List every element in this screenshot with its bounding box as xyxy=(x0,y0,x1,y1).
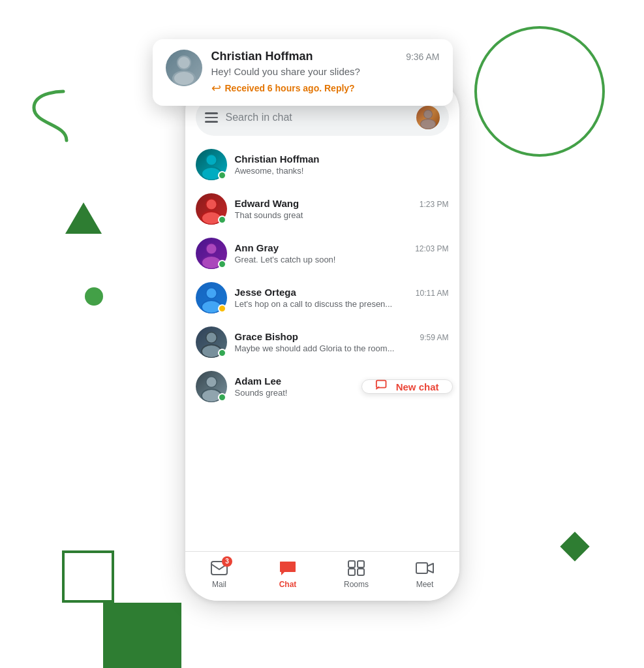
notif-name: Christian Hoffman xyxy=(211,50,313,63)
avatar-wrap xyxy=(196,149,227,180)
nav-item-rooms[interactable]: Rooms xyxy=(322,559,391,589)
chat-info-grace: Grace Bishop 9:59 AM Maybe we should add… xyxy=(235,331,449,353)
svg-rect-38 xyxy=(416,563,427,573)
svg-point-10 xyxy=(206,155,216,165)
menu-icon[interactable] xyxy=(205,112,218,123)
chat-preview-ann: Great. Let's catch up soon! xyxy=(235,255,449,264)
avatar-wrap-grace xyxy=(196,326,227,358)
meet-label: Meet xyxy=(416,580,434,589)
online-dot-edward xyxy=(218,215,226,224)
svg-rect-32 xyxy=(376,380,386,387)
chat-name-adam: Adam Lee xyxy=(235,375,282,387)
svg-rect-35 xyxy=(358,561,364,567)
svg-point-14 xyxy=(206,200,216,210)
new-chat-fab[interactable]: New chat xyxy=(361,379,453,394)
chat-list: Christian Hoffman Awesome, thanks! xyxy=(185,142,459,409)
new-chat-icon xyxy=(375,378,390,396)
avatar-wrap-jesse xyxy=(196,282,227,313)
notif-reply[interactable]: ↩ Received 6 hours ago. Reply? xyxy=(211,81,440,95)
chat-item-christian-partial[interactable]: Christian Hoffman Awesome, thanks! xyxy=(185,142,459,187)
chat-preview-jesse: Let's hop on a call to discuss the prese… xyxy=(235,299,449,309)
chat-name-grace: Grace Bishop xyxy=(235,331,299,342)
online-dot-grace xyxy=(218,349,226,357)
square-outline-deco xyxy=(62,550,114,603)
avatar-wrap-edward xyxy=(196,193,227,225)
rect-green-deco xyxy=(103,603,181,668)
chat-time-grace: 9:59 AM xyxy=(420,333,448,342)
bottom-nav: 3 Mail Chat xyxy=(185,551,459,601)
online-status-dot xyxy=(218,171,226,180)
chat-name: Christian Hoffman xyxy=(235,153,320,165)
online-dot-adam xyxy=(218,393,226,402)
menu-line-3 xyxy=(205,121,218,123)
chat-time-jesse: 10:11 AM xyxy=(416,289,449,298)
menu-line-2 xyxy=(205,117,218,119)
away-dot-jesse xyxy=(218,304,226,313)
chat-label: Chat xyxy=(279,580,297,589)
circle-outline-deco xyxy=(474,26,605,157)
svg-point-6 xyxy=(424,110,432,118)
svg-rect-34 xyxy=(348,561,355,567)
avatar-wrap-ann xyxy=(196,238,227,269)
notif-message: Hey! Could you share your slides? xyxy=(211,66,440,77)
avatar-wrap-adam xyxy=(196,371,227,402)
circle-dot-deco xyxy=(85,287,103,306)
notif-reply-text: Received 6 hours ago. Reply? xyxy=(225,83,355,93)
notif-time: 9:36 AM xyxy=(406,52,439,62)
chat-preview-grace: Maybe we should add Gloria to the room..… xyxy=(235,343,449,353)
chat-preview-edward: That sounds great xyxy=(235,210,449,220)
svg-point-22 xyxy=(206,289,216,298)
meet-icon xyxy=(416,559,434,577)
chat-time-edward: 1:23 PM xyxy=(420,200,449,209)
mail-icon: 3 xyxy=(210,559,228,577)
svg-point-3 xyxy=(174,72,194,85)
nav-item-meet[interactable]: Meet xyxy=(391,559,459,589)
svg-point-18 xyxy=(206,244,216,254)
diamond-deco xyxy=(560,532,589,561)
rooms-icon xyxy=(347,559,365,577)
chat-info-jesse: Jesse Ortega 10:11 AM Let's hop on a cal… xyxy=(235,287,449,309)
search-placeholder: Search in chat xyxy=(226,112,408,123)
chat-item-jesse[interactable]: Jesse Ortega 10:11 AM Let's hop on a cal… xyxy=(185,276,459,320)
svg-rect-37 xyxy=(358,569,364,575)
svg-point-30 xyxy=(206,377,216,387)
chat-time-ann: 12:03 PM xyxy=(415,244,448,253)
phone-wrapper: Christian Hoffman 9:36 AM Hey! Could you… xyxy=(172,39,472,614)
user-avatar[interactable] xyxy=(416,106,440,129)
notif-avatar xyxy=(166,50,202,86)
notif-body: Christian Hoffman 9:36 AM Hey! Could you… xyxy=(211,50,440,95)
notification-card[interactable]: Christian Hoffman 9:36 AM Hey! Could you… xyxy=(153,39,453,106)
svg-point-7 xyxy=(421,119,435,129)
svg-rect-36 xyxy=(348,569,355,575)
mail-label: Mail xyxy=(212,580,226,589)
chat-preview: Awesome, thanks! xyxy=(235,166,449,176)
new-chat-label: New chat xyxy=(396,381,439,392)
chat-info-ann: Ann Gray 12:03 PM Great. Let's catch up … xyxy=(235,242,449,264)
chat-name-ann: Ann Gray xyxy=(235,242,279,253)
menu-line-1 xyxy=(205,112,218,114)
s-curve-deco xyxy=(27,85,73,144)
chat-info: Christian Hoffman Awesome, thanks! xyxy=(235,153,449,176)
nav-item-chat[interactable]: Chat xyxy=(254,559,322,589)
triangle-deco xyxy=(65,202,102,234)
chat-item-adam[interactable]: Adam Lee Sounds great! New chat xyxy=(185,364,459,409)
online-dot-ann xyxy=(218,260,226,268)
reply-arrow-icon: ↩ xyxy=(211,81,221,95)
chat-item-ann[interactable]: Ann Gray 12:03 PM Great. Let's catch up … xyxy=(185,231,459,276)
svg-point-26 xyxy=(206,333,216,343)
chat-name-edward: Edward Wang xyxy=(235,198,299,209)
phone-body: Search in chat xyxy=(185,78,459,601)
chat-icon xyxy=(279,559,297,577)
rooms-label: Rooms xyxy=(344,580,369,589)
chat-item-edward[interactable]: Edward Wang 1:23 PM That sounds great xyxy=(185,187,459,231)
svg-point-2 xyxy=(178,57,190,69)
chat-name-jesse: Jesse Ortega xyxy=(235,287,296,298)
chat-item-grace[interactable]: Grace Bishop 9:59 AM Maybe we should add… xyxy=(185,320,459,364)
mail-badge: 3 xyxy=(222,556,232,567)
chat-info-edward: Edward Wang 1:23 PM That sounds great xyxy=(235,198,449,220)
nav-item-mail[interactable]: 3 Mail xyxy=(185,559,254,589)
